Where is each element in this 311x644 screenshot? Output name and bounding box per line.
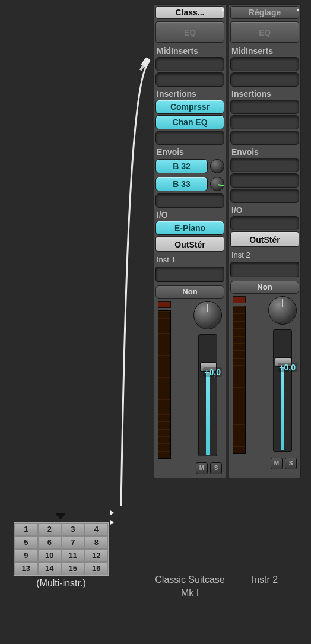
midinsert-slot[interactable]: [230, 57, 299, 71]
multi-slot-14[interactable]: 14: [38, 562, 62, 575]
multi-slot-7[interactable]: 7: [61, 536, 85, 549]
envois-label: Envois: [230, 146, 299, 157]
svg-rect-0: [141, 57, 151, 68]
multi-slot-6[interactable]: 6: [38, 536, 62, 549]
multi-slot-10[interactable]: 10: [38, 549, 62, 562]
level-meter: [158, 310, 171, 459]
clip-indicator[interactable]: [233, 296, 246, 303]
channel-strip-1: Class... EQ MidInserts Insertions Comprs…: [154, 4, 226, 478]
pan-knob[interactable]: [193, 301, 222, 329]
insert-slot-1[interactable]: Comprssr: [156, 100, 224, 114]
eq-button[interactable]: EQ: [156, 21, 224, 43]
send-knob-2[interactable]: [210, 177, 224, 191]
multi-slot-9[interactable]: 9: [14, 549, 38, 562]
multi-slot-4[interactable]: 4: [85, 523, 109, 536]
multi-slot-12[interactable]: 12: [85, 549, 109, 562]
send-knob-1[interactable]: [210, 159, 224, 173]
channel-name-2[interactable]: Instr 2: [229, 573, 301, 599]
anvil-icon: [55, 512, 67, 520]
instrument-slot[interactable]: [230, 262, 299, 277]
preset-button[interactable]: Class...: [156, 6, 224, 19]
solo-button[interactable]: S: [210, 462, 222, 474]
midinsert-slot[interactable]: [156, 72, 224, 87]
preset-popup-icon[interactable]: [222, 8, 224, 12]
multi-slot-11[interactable]: 11: [61, 549, 85, 562]
send-slot-3[interactable]: [230, 189, 299, 203]
db-readout: +0,0: [203, 367, 222, 377]
io-label: I/O: [230, 204, 299, 215]
mute-button[interactable]: M: [271, 458, 283, 469]
multi-slot-5[interactable]: 5: [14, 536, 38, 549]
clip-indicator[interactable]: [158, 301, 171, 308]
cable-arrow-icon: [110, 520, 114, 525]
pan-knob[interactable]: [268, 296, 297, 325]
instrument-label: Inst 1: [156, 254, 224, 265]
cable-arrow-icon: [110, 510, 114, 515]
io-label: I/O: [156, 209, 224, 220]
db-readout: +0,0: [278, 363, 297, 372]
midinsert-slot[interactable]: [230, 72, 299, 87]
insert-slot-1[interactable]: [230, 100, 299, 114]
mute-button[interactable]: M: [196, 462, 208, 474]
preset-button[interactable]: Réglage: [230, 6, 299, 19]
insertions-label: Insertions: [156, 88, 224, 99]
instrument-label: Inst 2: [230, 249, 299, 261]
send-slot-3[interactable]: [156, 193, 224, 208]
insert-slot-2[interactable]: [230, 115, 299, 129]
level-meter: [233, 306, 246, 454]
input-slot[interactable]: E-Piano: [156, 221, 224, 235]
envois-label: Envois: [156, 146, 224, 157]
multi-slot-15[interactable]: 15: [61, 562, 85, 575]
insertions-label: Insertions: [230, 88, 299, 99]
midinserts-label: MidInserts: [230, 45, 299, 56]
instrument-slot[interactable]: [156, 267, 224, 282]
send-slot-2[interactable]: B 33: [156, 177, 208, 191]
multi-slot-2[interactable]: 2: [38, 523, 62, 536]
volume-fader[interactable]: [198, 334, 217, 456]
midinsert-slot[interactable]: [156, 57, 224, 71]
multi-slot-3[interactable]: 3: [61, 523, 85, 536]
multi-slot-8[interactable]: 8: [85, 536, 109, 549]
send-slot-1[interactable]: [230, 158, 299, 172]
output-button[interactable]: OutStér: [230, 231, 299, 247]
volume-fader[interactable]: [273, 329, 292, 452]
channel-strip-2: Réglage EQ MidInserts Insertions Envois …: [229, 4, 301, 478]
group-button[interactable]: Non: [230, 281, 299, 294]
group-button[interactable]: Non: [156, 285, 224, 299]
eq-button[interactable]: EQ: [230, 21, 299, 43]
patch-cable: [113, 55, 154, 515]
midinserts-label: MidInserts: [156, 45, 224, 56]
send-slot-1[interactable]: B 32: [156, 159, 208, 173]
insert-slot-2[interactable]: Chan EQ: [156, 115, 224, 129]
output-button[interactable]: OutStér: [156, 236, 224, 252]
insert-slot-3[interactable]: [156, 131, 224, 145]
multi-instrument-label: (Multi-instr.): [14, 578, 109, 589]
channel-name-1[interactable]: Classic Suitcase Mk I: [154, 573, 226, 599]
multi-instrument: 1 2 3 4 5 6 7 8 9 10 11 12 13 14 15 16 (…: [14, 512, 109, 589]
solo-button[interactable]: S: [285, 458, 297, 469]
multi-slot-13[interactable]: 13: [14, 562, 38, 575]
send-slot-2[interactable]: [230, 173, 299, 188]
insert-slot-3[interactable]: [230, 131, 299, 145]
multi-slot-16[interactable]: 16: [85, 562, 109, 575]
preset-popup-icon[interactable]: [297, 8, 299, 12]
multi-slot-1[interactable]: 1: [14, 523, 38, 536]
svg-rect-1: [139, 65, 145, 71]
input-slot[interactable]: [230, 216, 299, 230]
